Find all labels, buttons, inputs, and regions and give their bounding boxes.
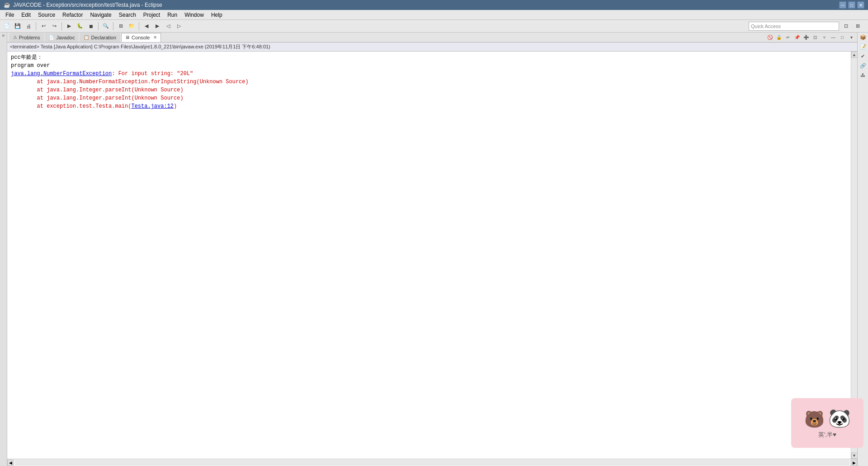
console-line-6: at java.lang.Integer.parseInt(Unknown So… — [11, 94, 847, 102]
console-close-icon[interactable]: ✕ — [153, 35, 157, 40]
vertical-scrollbar[interactable]: ▲ ▼ — [851, 52, 857, 459]
new-console-button[interactable]: ➕ — [802, 33, 810, 42]
declaration-icon: 📋 — [84, 35, 89, 40]
scroll-up-button[interactable]: ▲ — [851, 52, 858, 58]
maximize-button[interactable]: □ — [848, 1, 855, 9]
view-button[interactable]: ⊞ — [853, 21, 863, 31]
maximize-console-button[interactable]: □ — [838, 33, 846, 42]
console-icon: 🖥 — [125, 35, 130, 40]
problems-icon: ⚠ — [13, 35, 17, 40]
sticker-widget: 🐻 🐼 英',半♥ — [791, 398, 863, 448]
right-icon-5[interactable]: 🖧 — [860, 72, 865, 78]
menu-refactor[interactable]: Refactor — [59, 11, 86, 19]
toolbar: 📄 💾 🖨 ↩ ↪ ▶ 🐛 ⏹ 🔍 ⊞ 📁 ◀ ▶ ◁ ▷ Quick Acce… — [0, 20, 868, 33]
console-body: pcc年龄是： program over java.lang.NumberFor… — [7, 52, 857, 459]
tab-console[interactable]: 🖥 Console ✕ — [121, 33, 161, 42]
scroll-track[interactable] — [852, 58, 857, 452]
close-button[interactable]: ✕ — [857, 1, 864, 9]
minimize-button[interactable]: ─ — [839, 1, 846, 9]
console-tabs: ⚠ Problems 📄 Javadoc 📋 Declaration 🖥 Con… — [7, 33, 857, 43]
menu-search[interactable]: Search — [115, 11, 140, 19]
redo-button[interactable]: ↪ — [49, 21, 59, 31]
print-button[interactable]: 🖨 — [24, 21, 33, 31]
prev-button[interactable]: ◁ — [163, 21, 173, 31]
console-line-1: pcc年龄是： — [11, 53, 847, 62]
new-button[interactable]: 📄 — [2, 21, 12, 31]
open-resource-button[interactable]: 📁 — [127, 21, 137, 31]
sticker-image: 🐻 🐼 — [804, 408, 851, 429]
console-line-5: at java.lang.Integer.parseInt(Unknown So… — [11, 86, 847, 94]
word-wrap-button[interactable]: ↵ — [784, 33, 792, 42]
next-button[interactable]: ▷ — [174, 21, 184, 31]
undo-button[interactable]: ↩ — [38, 21, 48, 31]
bear-emoji: 🐻 — [804, 410, 825, 429]
console-line-7: at exception.test.Testa.main(Testa.java:… — [11, 102, 847, 110]
pin-console-button[interactable]: 📌 — [793, 33, 801, 42]
tab-problems[interactable]: ⚠ Problems — [9, 33, 44, 42]
run-button[interactable]: ▶ — [64, 21, 74, 31]
horizontal-scrollbar[interactable]: ◀ ▶ — [7, 459, 857, 466]
right-icon-4[interactable]: 🔗 — [860, 63, 866, 69]
menu-edit[interactable]: Edit — [18, 11, 34, 19]
console-line-4: at java.lang.NumberFormatException.forIn… — [11, 78, 847, 86]
sticker-label: 英',半♥ — [818, 431, 836, 439]
menu-project[interactable]: Project — [140, 11, 164, 19]
right-icon-1[interactable]: 📦 — [860, 34, 866, 40]
clear-console-button[interactable]: 🚫 — [766, 33, 774, 42]
debug-button[interactable]: 🐛 — [75, 21, 85, 31]
right-icon-2[interactable]: 📝 — [860, 44, 866, 50]
separator-2 — [61, 22, 62, 30]
testa-link[interactable]: Testa.java:12 — [131, 103, 174, 109]
console-line-2: program over — [11, 62, 847, 70]
scroll-down-button[interactable]: ▼ — [851, 452, 858, 459]
tab-console-label: Console — [132, 35, 150, 40]
exception-link[interactable]: java.lang.NumberFormatException — [11, 71, 112, 77]
scroll-right-button[interactable]: ▶ — [851, 460, 857, 466]
menu-window[interactable]: Window — [181, 11, 208, 19]
menu-help[interactable]: Help — [208, 11, 226, 19]
panda-emoji: 🐼 — [828, 408, 851, 429]
separator-1 — [36, 22, 36, 30]
menu-source[interactable]: Source — [34, 11, 59, 19]
right-icon-3[interactable]: ✔ — [861, 53, 865, 59]
menu-navigate[interactable]: Navigate — [86, 11, 115, 19]
menu-bar: File Edit Source Refactor Navigate Searc… — [0, 10, 868, 20]
menu-run[interactable]: Run — [164, 11, 181, 19]
left-icon-1[interactable]: ≡ — [1, 34, 6, 37]
h-scroll-track[interactable] — [15, 460, 849, 466]
console-area: ⚠ Problems 📄 Javadoc 📋 Declaration 🖥 Con… — [7, 33, 857, 466]
title-bar-controls: ─ □ ✕ — [839, 1, 864, 9]
separator-5 — [139, 22, 139, 30]
prev-edit-button[interactable]: ◀ — [142, 21, 151, 31]
display-selected-button[interactable]: ⊡ — [811, 33, 819, 42]
save-button[interactable]: 💾 — [13, 21, 23, 31]
minimize-console-button[interactable]: — — [829, 33, 837, 42]
quick-access-label: Quick Access — [751, 24, 781, 29]
tab-javadoc[interactable]: 📄 Javadoc — [45, 33, 79, 42]
view-menu-button[interactable]: ▾ — [847, 33, 855, 42]
tab-javadoc-label: Javadoc — [56, 35, 75, 40]
scroll-left-button[interactable]: ◀ — [7, 460, 14, 466]
open-type-button[interactable]: ⊞ — [116, 21, 126, 31]
console-header: <terminated> Testa [Java Application] C:… — [7, 43, 857, 52]
console-output[interactable]: pcc年龄是： program over java.lang.NumberFor… — [7, 52, 851, 459]
tab-declaration[interactable]: 📋 Declaration — [80, 33, 120, 42]
javadoc-icon: 📄 — [49, 35, 54, 40]
app-icon: ☕ — [4, 2, 10, 8]
separator-4 — [113, 22, 113, 30]
search-button[interactable]: 🔍 — [101, 21, 111, 31]
tab-declaration-label: Declaration — [91, 35, 116, 40]
stop-button[interactable]: ⏹ — [86, 21, 96, 31]
scroll-lock-button[interactable]: 🔒 — [775, 33, 783, 42]
quick-access-input[interactable]: Quick Access — [749, 22, 839, 31]
tab-problems-label: Problems — [19, 35, 40, 40]
console-tab-toolbar: 🚫 🔒 ↵ 📌 ➕ ⊡ ▿ — □ ▾ — [766, 33, 855, 42]
console-header-text: <terminated> Testa [Java Application] C:… — [10, 43, 270, 50]
next-edit-button[interactable]: ▶ — [152, 21, 162, 31]
window-title: JAVACODE - Exception/src/exception/test/… — [13, 2, 162, 8]
separator-3 — [98, 22, 99, 30]
open-console-button[interactable]: ▿ — [820, 33, 828, 42]
quick-access-area: Quick Access ⊡ ⊞ — [749, 21, 863, 31]
menu-file[interactable]: File — [2, 11, 18, 19]
perspective-button[interactable]: ⊡ — [841, 21, 851, 31]
